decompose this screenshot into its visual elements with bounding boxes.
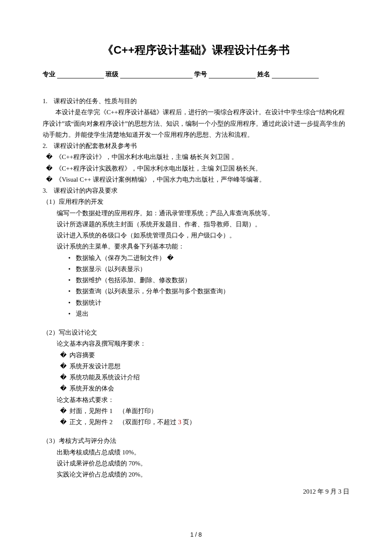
func-text-5: 数据统计	[76, 297, 101, 308]
dot-icon: •	[63, 263, 76, 275]
paper-text-2: 系统开发设计思想	[69, 361, 121, 372]
paper-item-4: � 系统开发的体会	[43, 383, 349, 394]
bullet-icon: �	[57, 361, 69, 372]
student-info-line: 专业 班级 学号 姓名	[43, 70, 349, 78]
func-text-3: 数据维护（包括添加、删除、修改数据）	[76, 275, 191, 286]
func-text-2: 数据显示（以列表显示）	[76, 263, 146, 275]
grade-line-2: 设计成果评价总总成绩的 70%。	[43, 458, 349, 469]
body-text: 1. 课程设计的任务、性质与目的 本设计是在学完《C++程序设计基础》课程后，进…	[43, 95, 349, 497]
ref-text-2: 《C++程序设计实践教程》，中国水利水电出版社，主编 刘卫国 杨长兴。	[55, 163, 262, 174]
grade-line-1: 出勤考核成绩占总成绩 10%。	[43, 447, 349, 458]
document-page: 《C++程序设计基础》课程设计任务书 专业 班级 学号 姓名 1. 课程设计的任…	[0, 0, 392, 555]
class-label: 班级	[106, 70, 118, 78]
part1-line-1: 编写一个数据处理的应用程序。如：通讯录管理系统；产品入库查询系统等。	[43, 208, 349, 219]
section-2-head: 2. 课程设计的配套教材及参考书	[43, 140, 349, 151]
class-blank	[120, 70, 193, 78]
bullet-icon: �	[43, 163, 55, 174]
bullet-icon: �	[43, 151, 55, 162]
part2-line-2: 论文基本格式要求：	[43, 394, 349, 405]
part1-line-3: 设计进入系统的各级口令（如系统管理员口令，用户级口令）。	[43, 230, 349, 241]
name-label: 姓名	[257, 70, 270, 78]
grade-line-3: 实践论文评价占总成绩的 20%。	[43, 469, 349, 480]
paper-text-3: 系统功能及系统设计介绍	[69, 372, 140, 383]
ref-text-3: 《Visual C++ 课程设计案例精编》，中国水力电力出版社，严华峰等编著。	[55, 174, 265, 185]
bullet-icon: �	[57, 405, 69, 416]
dot-icon: •	[63, 308, 76, 319]
paper-item-3: � 系统功能及系统设计介绍	[43, 372, 349, 383]
paper-item-2: � 系统开发设计思想	[43, 361, 349, 372]
ref-item-2: � 《C++程序设计实践教程》，中国水利水电出版社，主编 刘卫国 杨长兴。	[43, 163, 349, 174]
dot-icon: •	[63, 297, 76, 308]
func-item-4: • 数据查询（以列表显示，分单个数据与多个数据查询）	[43, 286, 349, 297]
name-blank	[272, 70, 319, 78]
section-1-para: 本设计是在学完《C++程序设计基础》课程后，进行的一项综合程序设计。在设计中学生…	[43, 107, 349, 140]
func-item-2: • 数据显示（以列表显示）	[43, 263, 349, 275]
paper-text-4: 系统开发的体会	[69, 383, 114, 394]
bullet-icon: �	[57, 350, 69, 361]
part2-line-1: 论文基本内容及撰写顺序要求：	[43, 338, 349, 349]
format-text-2: 正文，见附件 2 （双面打印，不超过 3 页）	[69, 416, 196, 428]
bullet-icon: �	[43, 174, 55, 185]
red-number: 3	[178, 419, 182, 425]
section-1-head: 1. 课程设计的任务、性质与目的	[43, 95, 349, 107]
func-item-5: • 数据统计	[43, 297, 349, 308]
ref-item-3: � 《Visual C++ 课程设计案例精编》，中国水力电力出版社，严华峰等编著…	[43, 174, 349, 185]
func-item-6: • 退出	[43, 308, 349, 319]
func-item-3: • 数据维护（包括添加、删除、修改数据）	[43, 275, 349, 286]
dot-icon: •	[63, 252, 76, 263]
page-number: 1 / 8	[0, 531, 392, 538]
format-item-1: � 封面，见附件 1 （单面打印）	[43, 405, 349, 416]
part3-title: （3）考核方式与评分办法	[43, 435, 349, 446]
format-item-2: � 正文，见附件 2 （双面打印，不超过 3 页）	[43, 416, 349, 428]
bullet-icon: �	[57, 416, 69, 428]
func-text-1: 数据输入（保存为二进制文件） �	[76, 252, 173, 263]
func-text-4: 数据查询（以列表显示，分单个数据与多个数据查询）	[76, 286, 229, 297]
major-label: 专业	[43, 70, 55, 78]
part1-line-2: 设计所选课题的系统主封面（系统开发题目、作者、指导教师、日期）。	[43, 219, 349, 230]
format-text-1: 封面，见附件 1 （单面打印）	[69, 405, 157, 416]
dot-icon: •	[63, 286, 76, 297]
section-3-head: 3. 课程设计的内容及要求	[43, 185, 349, 196]
part1-line-4: 设计系统的主菜单。要求具备下列基本功能：	[43, 241, 349, 252]
func-item-1: • 数据输入（保存为二进制文件） �	[43, 252, 349, 263]
ref-text-1: 《C++程序设计》，中国水利水电出版社，主编 杨长兴 刘卫国 。	[55, 151, 238, 162]
id-label: 学号	[194, 70, 207, 78]
date-line: 2012 年 9 月 3 日	[43, 486, 349, 497]
part2-title: （2）写出设计论文	[43, 327, 349, 338]
func-text-6: 退出	[76, 308, 89, 319]
bullet-icon: �	[57, 372, 69, 383]
paper-text-1: 内容摘要	[69, 350, 95, 361]
page-title: 《C++程序设计基础》课程设计任务书	[43, 43, 349, 58]
ref-item-1: � 《C++程序设计》，中国水利水电出版社，主编 杨长兴 刘卫国 。	[43, 151, 349, 162]
major-blank	[57, 70, 104, 78]
bullet-icon: �	[57, 383, 69, 394]
paper-item-1: � 内容摘要	[43, 350, 349, 361]
dot-icon: •	[63, 275, 76, 286]
part1-title: （1）应用程序的开发	[43, 196, 349, 207]
id-blank	[209, 70, 256, 78]
